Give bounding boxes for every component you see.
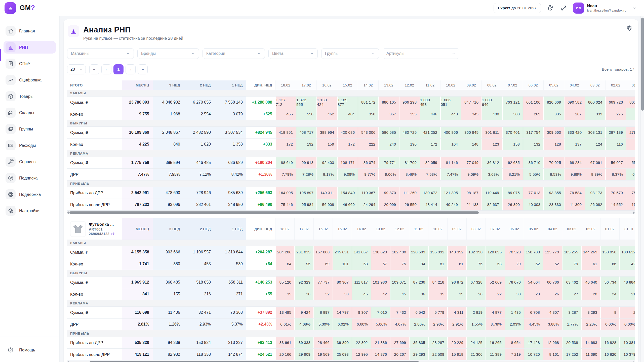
date-cell: 121 395 [440, 187, 461, 199]
date-column-header: 13.02 [378, 80, 399, 90]
row-label: Прибыль до ДРР [67, 337, 122, 348]
filter-categories[interactable]: Категории [203, 48, 265, 59]
sidebar-item-rnp[interactable]: РНП [4, 41, 56, 54]
column-header: 3 НЕД [153, 218, 184, 240]
page-scrollbar[interactable] [640, 0, 644, 362]
date-cell: 56 734 [600, 277, 619, 288]
sidebar-item-services[interactable]: Сервисы [4, 155, 56, 168]
date-cell: 137 [564, 139, 585, 150]
page-scrollbar-thumb[interactable] [641, 18, 644, 111]
logo-bar-chart-icon [5, 2, 16, 14]
scroll-left-arrow[interactable] [67, 361, 69, 362]
scrollbar-thumb[interactable] [89, 361, 419, 362]
summary-cell: 1.26% [153, 319, 184, 330]
date-cell: 89 075 [502, 187, 523, 199]
date-cell: 2 819 [466, 307, 486, 318]
date-cell: 78 070 [505, 277, 524, 288]
banknote-icon [6, 140, 16, 150]
date-cell: 462 [316, 108, 337, 120]
date-cell: 17 428 [524, 337, 543, 348]
date-cell: 128 895 [486, 246, 505, 258]
next-page-button[interactable]: › [126, 64, 136, 74]
sidebar-item-label: РНП [19, 45, 28, 50]
date-cell: 172 [275, 139, 296, 150]
filter-colors[interactable]: Цвета [268, 48, 318, 59]
sidebar-item-warehouses[interactable]: Склады [4, 106, 56, 119]
table-horizontal-scrollbar[interactable] [67, 361, 635, 362]
filter-shops[interactable]: Магазины [67, 48, 134, 59]
date-cell: 1 090 458 [420, 97, 440, 108]
sidebar-item-expenses[interactable]: Расходы [4, 139, 56, 152]
date-cell: 33 [505, 288, 524, 300]
external-link-icon[interactable] [111, 232, 115, 236]
summary-cell: 142 874 [214, 349, 246, 360]
filter-brands[interactable]: Бренды [137, 48, 199, 59]
filter-articles[interactable]: Артикулы [383, 48, 459, 59]
filter-groups[interactable]: Группы [321, 48, 379, 59]
chevron-down-icon [79, 68, 83, 71]
sidebar-item-settings[interactable]: Настройки [4, 204, 56, 217]
date-cell: 42 [619, 258, 635, 270]
sidebar-item-digitization[interactable]: Оцифровка [4, 74, 56, 86]
summary-cell: 841 [122, 288, 153, 300]
date-column-header: 01.02 [600, 218, 619, 240]
scroll-right-arrow[interactable] [633, 211, 635, 214]
app-logo[interactable]: GM? [0, 2, 60, 14]
date-cell: 400 866 [440, 127, 461, 138]
filter-label: Группы [325, 51, 338, 56]
date-cell: 20 099 [378, 199, 399, 210]
row-label: Сумма, ₽ [67, 97, 122, 108]
scroll-right-arrow[interactable] [633, 361, 635, 362]
date-cell: 46 [352, 288, 371, 300]
last-page-button[interactable]: » [138, 64, 148, 74]
date-cell: 7 010 [371, 307, 390, 318]
table-horizontal-scrollbar[interactable] [67, 211, 635, 214]
column-header: 3 НЕД [153, 80, 184, 90]
sidebar-item-help[interactable]: Помощь [4, 345, 37, 355]
sidebar-item-products[interactable]: Товары [4, 90, 56, 103]
warehouse-icon [6, 108, 16, 118]
current-page-button[interactable]: 1 [113, 64, 124, 74]
date-cell: 92 329 [294, 277, 313, 288]
sidebar-item-subscription[interactable]: Подписка [4, 172, 56, 184]
date-cell: 108 171 [337, 157, 358, 168]
user-menu[interactable]: ИЛ Иван ivan.the.seller@yandex.ru [573, 3, 636, 14]
date-cell: 26 390 [502, 199, 523, 210]
table-settings-gear-icon[interactable] [626, 25, 633, 31]
sidebar-item-home[interactable]: Главная [4, 25, 56, 37]
date-column-header: 09.02 [447, 218, 466, 240]
date-cell: 333 420 [564, 127, 585, 138]
date-cell: 94 [409, 258, 428, 270]
scrollbar-thumb[interactable] [69, 211, 479, 214]
date-cell: 8.53% [543, 169, 564, 180]
metric-row: Прибыль после ДРР419 12182 932118 353142… [67, 349, 635, 360]
column-header: 2 НЕД [184, 80, 214, 90]
summary-cell: 4 225 [122, 139, 153, 150]
date-cell: 1 000 946 [481, 97, 502, 108]
summary-cell: 1 968 [153, 108, 184, 120]
metric-row: Прибыль после ДРР767 23293 096282 461348… [67, 199, 635, 211]
first-page-button[interactable]: « [89, 64, 99, 74]
sidebar-item-groups[interactable]: Группы [4, 123, 56, 135]
sidebar-item-opiu[interactable]: ОПиУ [4, 57, 56, 70]
expand-icon[interactable] [559, 4, 568, 12]
date-cell: 27 699 [390, 337, 409, 348]
date-cell: 196 [399, 139, 420, 150]
date-cell: 9.06% [378, 169, 399, 180]
active-page-indicator [0, 49, 1, 61]
date-cell: 6 542 [409, 307, 428, 318]
sidebar-item-support[interactable]: Поддержка [4, 188, 56, 201]
prev-page-button[interactable]: ‹ [101, 64, 111, 74]
metric-row: Кол-во9 7551 9682 5543 079+5254655584624… [67, 108, 635, 120]
date-cell: 148 352 [447, 246, 466, 258]
date-cell: 5.55% [523, 169, 543, 180]
date-cell: 123 [481, 139, 502, 150]
scroll-left-arrow[interactable] [67, 211, 69, 214]
date-column-header: 05.02 [543, 80, 564, 90]
stopwatch-icon[interactable] [546, 4, 554, 12]
date-cell: 231 039 [294, 246, 313, 258]
date-column-header: 03.02 [585, 80, 605, 90]
gear-icon [6, 206, 16, 216]
page-size-select[interactable]: 20 [67, 64, 86, 74]
plan-badge[interactable]: Expertдо 28.01.2027 [494, 3, 541, 13]
